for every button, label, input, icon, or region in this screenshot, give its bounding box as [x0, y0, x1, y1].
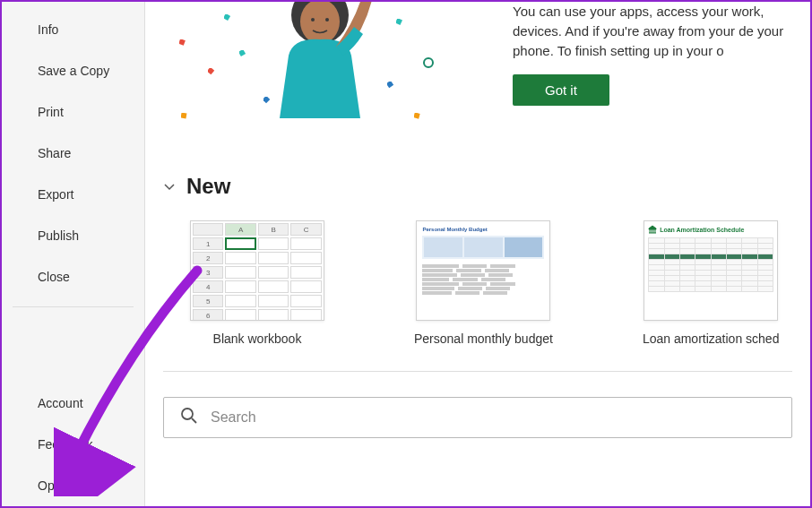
new-section-header: New	[163, 174, 810, 199]
template-thumb-loan: Loan Amortization Schedule	[644, 220, 778, 321]
svg-rect-1	[208, 68, 214, 74]
svg-point-13	[325, 18, 329, 22]
setup-banner: You can use your apps, access your work,…	[163, 2, 810, 154]
template-label: Personal monthly budget	[414, 331, 553, 346]
template-gallery: ABC 1 2 3 4 5 6 7 Blank workbook Persona…	[163, 220, 810, 346]
bank-icon	[648, 225, 657, 234]
template-thumb-blank: ABC 1 2 3 4 5 6 7	[190, 220, 324, 321]
svg-point-7	[424, 58, 433, 67]
search-input[interactable]	[211, 409, 775, 426]
svg-line-15	[192, 418, 196, 423]
sidebar-item-feedback[interactable]: Feedback	[2, 424, 144, 465]
search-icon	[180, 407, 198, 428]
person-illustration-icon	[257, 2, 383, 123]
sidebar-top-group: Info Save a Copy Print Share Export Publ…	[2, 9, 144, 297]
sidebar-item-share[interactable]: Share	[2, 133, 144, 174]
sidebar-item-close[interactable]: Close	[2, 256, 144, 297]
template-search[interactable]	[163, 397, 792, 438]
banner-message: You can use your apps, access your work,…	[513, 2, 810, 60]
sidebar-item-info[interactable]: Info	[2, 9, 144, 50]
sidebar-item-save-copy[interactable]: Save a Copy	[2, 50, 144, 91]
svg-rect-3	[224, 14, 230, 21]
banner-illustration	[163, 2, 486, 136]
sidebar-item-account[interactable]: Account	[2, 383, 144, 424]
template-label: Blank workbook	[213, 331, 302, 346]
sidebar-item-options[interactable]: Options	[2, 465, 144, 506]
sidebar-item-publish[interactable]: Publish	[2, 215, 144, 256]
template-personal-budget[interactable]: Personal Monthly Budget Personal monthly…	[414, 220, 553, 346]
template-blank-workbook[interactable]: ABC 1 2 3 4 5 6 7 Blank workbook	[190, 220, 324, 346]
template-thumb-budget: Personal Monthly Budget	[416, 220, 550, 321]
svg-rect-9	[387, 82, 393, 88]
sidebar-item-print[interactable]: Print	[2, 91, 144, 133]
chevron-down-icon[interactable]	[163, 180, 176, 193]
template-label: Loan amortization sched	[643, 331, 780, 346]
svg-rect-2	[181, 113, 186, 118]
new-section-title: New	[186, 174, 230, 199]
svg-rect-4	[239, 50, 246, 56]
template-loan-amortization[interactable]: Loan Amortization Schedule	[643, 220, 780, 346]
svg-point-12	[311, 18, 315, 22]
section-divider	[163, 371, 792, 372]
sidebar-divider	[13, 306, 134, 307]
svg-rect-8	[414, 113, 420, 119]
svg-rect-6	[396, 19, 402, 25]
svg-point-14	[182, 409, 193, 419]
sidebar-item-export[interactable]: Export	[2, 174, 144, 215]
main-content: You can use your apps, access your work,…	[145, 2, 810, 506]
banner-text-area: You can use your apps, access your work,…	[513, 2, 810, 106]
backstage-sidebar: Info Save a Copy Print Share Export Publ…	[2, 2, 145, 506]
svg-rect-0	[179, 39, 186, 46]
sidebar-bottom-group: Account Feedback Options	[2, 383, 144, 506]
got-it-button[interactable]: Got it	[513, 74, 609, 106]
